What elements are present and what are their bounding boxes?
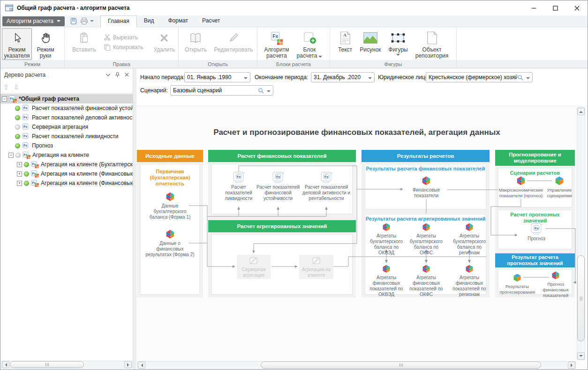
node-financial-indicators[interactable]: Финансовые показатели — [405, 176, 447, 199]
node-agg-balance-regions[interactable]: Агрегаты бухгалтерского баланса по регио… — [450, 222, 489, 256]
results-header[interactable]: Результаты расчетов — [362, 150, 490, 162]
tree-item[interactable]: Расчет показателей деловой активности — [0, 113, 133, 122]
scrollbar-thumb[interactable] — [261, 362, 541, 369]
text-button[interactable]: A Текст — [334, 28, 356, 54]
node-agg-fin-okfs[interactable]: Агрегаты финансовых показателей по ОКФС — [407, 264, 445, 297]
move-down-icon[interactable]: ⇩ — [14, 83, 19, 91]
expand-icon[interactable]: + — [17, 162, 22, 167]
node-agg-balance-okved[interactable]: Агрегаты бухгалтерского баланса по ОКВЭД — [367, 222, 406, 256]
hand-mode-button[interactable]: Режим руки — [32, 28, 59, 60]
tree-item-root[interactable]: − *Общий граф расчета — [0, 94, 133, 104]
chevron-down-icon[interactable] — [368, 77, 372, 81]
maximize-button[interactable] — [544, 0, 566, 15]
tree-item[interactable]: Серверная агрегация — [0, 122, 133, 132]
expand-icon[interactable]: + — [17, 171, 22, 177]
scrollbar-thumb[interactable] — [10, 361, 84, 368]
delete-button[interactable]: Удалить — [151, 28, 178, 54]
node-agg-balance-okfs[interactable]: Агрегаты бухгалтерского баланса по ОКФС — [407, 222, 445, 256]
chevron-down-icon[interactable] — [267, 90, 271, 94]
fin-results-title[interactable]: Результаты расчета финансовых показателе… — [365, 166, 486, 172]
tab-format[interactable]: Формат — [161, 15, 195, 27]
scroll-right-button[interactable] — [568, 362, 575, 369]
diagram-title[interactable]: Расчет и прогнозирование финансовых пока… — [183, 128, 530, 137]
aggregation-icon — [23, 151, 31, 159]
forecast-header[interactable]: Прогнозирование и моделирование — [495, 150, 575, 166]
period-end-combo[interactable]: 31. Декабрь .2020 — [311, 72, 375, 82]
panel-close-icon[interactable] — [125, 73, 129, 77]
chevron-down-icon[interactable] — [526, 77, 530, 81]
agg-results-title[interactable]: Результаты расчета агрегированных значен… — [365, 216, 486, 222]
panel-splitter[interactable] — [133, 68, 136, 370]
paste-button[interactable]: Вставить — [70, 28, 98, 54]
repo-object-button[interactable]: Объект репозитория — [411, 28, 452, 60]
canvas-h-scrollbar[interactable] — [137, 361, 576, 369]
node-agg-fin-regions[interactable]: Агрегаты финансовых показателей по регио… — [450, 264, 489, 297]
close-button[interactable] — [566, 0, 588, 15]
search-icon[interactable] — [258, 88, 264, 94]
node-fin-results-data[interactable]: Данные о финансовых результатах (Форма 2… — [145, 229, 195, 258]
node-macro-indicators[interactable]: Макроэкономические показатели (прогноз) — [499, 176, 543, 199]
legal-entity-combo[interactable]: Крестьянское (фермерское) хозяй — [426, 72, 533, 82]
pin-icon[interactable] — [115, 72, 120, 78]
diagram-canvas[interactable]: Расчет и прогнозирование финансовых пока… — [136, 106, 588, 370]
period-start-combo[interactable]: 01. Январь .1980 — [184, 72, 250, 82]
node-activity-calc[interactable]: Расчет показателей деловой активности и … — [300, 171, 353, 201]
tree-item[interactable]: Расчет показателей финансовой устойчив — [0, 104, 133, 113]
quick-access-dropdown-icon[interactable] — [90, 20, 94, 24]
collapse-icon[interactable]: − — [2, 96, 7, 102]
print-button[interactable] — [79, 16, 89, 26]
forecast-result-header[interactable]: Результат расчета прогнозных значений — [495, 253, 575, 267]
tab-glavnaya[interactable]: Главная — [100, 15, 137, 28]
tree-item[interactable]: + Агрегация на клиенте (Финансовые ре — [0, 169, 133, 178]
node-scenario-management[interactable]: Управление сценариями — [545, 176, 574, 199]
search-icon[interactable] — [517, 74, 523, 81]
scroll-left-button[interactable] — [2, 361, 9, 368]
node-server-aggregation[interactable]: Серверная агрегация — [237, 255, 271, 279]
tab-raschet[interactable]: Расчет — [195, 15, 227, 27]
scroll-down-button[interactable] — [577, 352, 585, 360]
tree-item[interactable]: + Агрегация на клиенте (Финансовые по — [0, 178, 133, 188]
app-menu-button[interactable]: Алгоритм расчета — [2, 16, 65, 26]
open-button[interactable]: Открыть — [182, 28, 210, 54]
move-up-icon[interactable]: ⇧ — [3, 83, 9, 91]
cut-button[interactable]: Вырезать — [101, 32, 146, 42]
node-fin-forecast[interactable]: Прогноз финансовых показателей — [537, 271, 574, 298]
shapes-button[interactable]: Фигуры — [385, 28, 411, 59]
node-forecast-results[interactable]: Результаты прогнозирования — [496, 273, 538, 295]
tree-item[interactable]: Расчет показателей ликвидности — [0, 132, 133, 141]
node-liquidity-calc[interactable]: Расчет показателей ликвидности — [223, 171, 255, 201]
scroll-left-button[interactable] — [138, 362, 145, 369]
node-stability-calc[interactable]: Расчет показателей финансовой устойчивос… — [256, 171, 300, 201]
tree-item[interactable]: + Агрегация на клиенте (Бухгалтерский — [0, 160, 133, 169]
scrollbar-thumb[interactable] — [577, 255, 585, 341]
source-subtitle[interactable]: Первичная (бухгалтерская) отчетность — [142, 169, 198, 187]
scroll-up-button[interactable] — [577, 108, 585, 115]
node-forecast[interactable]: Прогноз — [522, 222, 550, 242]
scenario-combo[interactable]: Базовый сценарий — [170, 85, 273, 96]
tab-vid[interactable]: Вид — [137, 15, 161, 27]
copy-button[interactable]: Копировать — [101, 42, 146, 52]
collapse-icon[interactable]: − — [8, 153, 14, 158]
calc-header[interactable]: Расчет финансовых показателей — [208, 150, 356, 162]
pointer-mode-button[interactable]: Режим указателя — [2, 28, 32, 60]
calc-block-button[interactable]: Блок расчета — [294, 28, 325, 60]
source-header[interactable]: Исходные данные — [137, 150, 203, 162]
calc-algorithm-button[interactable]: Fx Алгоритм расчета — [260, 28, 294, 60]
agg-header[interactable]: Расчет агрегированных значений — [208, 220, 356, 232]
save-button[interactable] — [68, 16, 79, 26]
minimize-button[interactable] — [523, 0, 544, 15]
hand-icon — [39, 30, 52, 46]
picture-button[interactable]: Рисунок — [356, 28, 385, 54]
node-agg-fin-okved[interactable]: Агрегаты финансовых показателей по ОКВЭД — [367, 264, 406, 297]
edit-button[interactable]: Редактировать — [211, 28, 256, 54]
tree-h-scrollbar[interactable] — [1, 361, 132, 369]
node-balance-data[interactable]: Данные бухгалтерского баланса (Форма 1) — [145, 192, 195, 220]
scroll-right-button[interactable] — [124, 361, 132, 368]
expand-icon[interactable]: + — [17, 181, 22, 186]
tree-item[interactable]: Прогноз — [0, 141, 133, 150]
node-client-aggregation[interactable]: Агрегация на клиенте — [299, 255, 333, 279]
tree-item[interactable]: − Агрегация на клиенте — [0, 150, 133, 160]
canvas-v-scrollbar[interactable] — [577, 107, 585, 360]
chevron-down-icon[interactable] — [244, 77, 248, 81]
panel-dropdown-icon[interactable] — [106, 74, 110, 76]
